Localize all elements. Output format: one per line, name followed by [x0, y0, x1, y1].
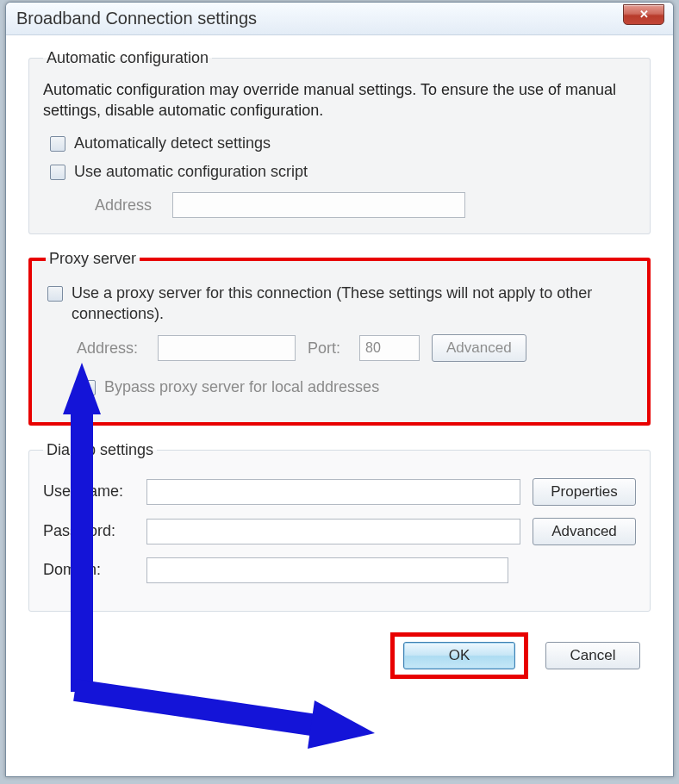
auto-detect-checkbox[interactable]: [50, 136, 65, 152]
close-icon: ✕: [639, 8, 649, 21]
password-input[interactable]: [146, 519, 520, 544]
dialog-footer: OK Cancel: [28, 627, 651, 679]
use-script-checkbox[interactable]: [50, 165, 65, 180]
dialog-body: Automatic configuration Automatic config…: [6, 35, 673, 696]
dialup-legend: Dial-up settings: [43, 441, 157, 459]
auto-config-legend: Automatic configuration: [43, 49, 212, 67]
proxy-advanced-button[interactable]: Advanced: [432, 334, 526, 362]
proxy-port-input[interactable]: [359, 335, 420, 361]
svg-line-3: [75, 690, 340, 729]
bypass-local-label: Bypass proxy server for local addresses: [104, 377, 379, 397]
dialup-advanced-button[interactable]: Advanced: [533, 518, 636, 545]
bypass-local-checkbox[interactable]: [80, 380, 96, 395]
auto-detect-label: Automatically detect settings: [74, 134, 271, 153]
auto-config-desc: Automatic configuration may override man…: [43, 79, 636, 121]
use-proxy-label: Use a proxy server for this connection (…: [72, 283, 633, 324]
use-proxy-checkbox[interactable]: [47, 286, 63, 302]
script-address-input[interactable]: [172, 192, 465, 218]
proxy-server-group: Proxy server Use a proxy server for this…: [28, 250, 651, 425]
ok-button[interactable]: OK: [403, 642, 515, 669]
domain-label: Domain:: [43, 561, 146, 579]
cancel-button[interactable]: Cancel: [545, 642, 640, 669]
password-label: Password:: [43, 522, 146, 540]
proxy-legend: Proxy server: [46, 250, 140, 268]
settings-dialog: Broadband Connection settings ✕ Automati…: [5, 2, 674, 777]
titlebar: Broadband Connection settings ✕: [6, 3, 673, 35]
window-title: Broadband Connection settings: [16, 9, 623, 28]
use-script-label: Use automatic configuration script: [74, 162, 308, 182]
username-label: User name:: [43, 482, 146, 501]
username-input[interactable]: [146, 479, 520, 505]
ok-highlight-box: OK: [390, 632, 528, 679]
close-button[interactable]: ✕: [623, 4, 664, 25]
dialup-settings-group: Dial-up settings User name: Properties P…: [28, 441, 651, 612]
proxy-port-label: Port:: [308, 339, 347, 358]
proxy-address-label: Address:: [77, 339, 146, 358]
properties-button[interactable]: Properties: [533, 478, 636, 506]
script-address-label: Address: [95, 196, 164, 215]
svg-marker-4: [308, 700, 375, 749]
proxy-address-input[interactable]: [158, 335, 296, 361]
auto-config-group: Automatic configuration Automatic config…: [28, 49, 651, 234]
domain-input[interactable]: [146, 557, 508, 583]
